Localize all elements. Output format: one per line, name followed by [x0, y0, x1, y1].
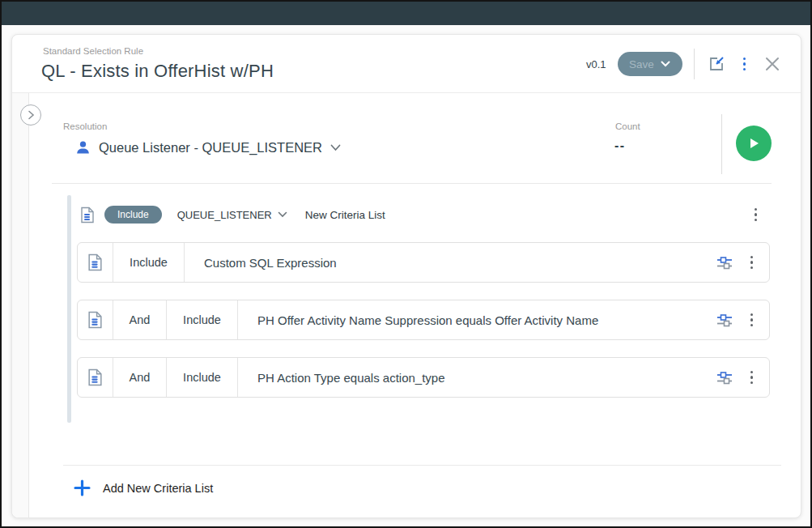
criteria-list-name: New Criteria List [305, 209, 385, 221]
count-value: -- [614, 138, 626, 153]
page-title: QL - Exists in OfferHist w/PH [41, 61, 274, 82]
save-button[interactable]: Save [618, 52, 682, 76]
footer-divider [63, 465, 781, 466]
group-audience-value: QUEUE_LISTENER [177, 209, 272, 221]
person-icon [75, 140, 91, 155]
chevron-down-icon [330, 144, 341, 151]
version-label: v0.1 [586, 58, 606, 70]
save-button-label: Save [629, 58, 654, 70]
criteria-row[interactable]: And Include PH Offer Activity Name Suppr… [77, 300, 770, 340]
criteria-doc-cell [78, 243, 113, 282]
app-top-bar [2, 2, 810, 25]
criteria-text[interactable]: Custom SQL Expression [185, 243, 716, 282]
group-kebab-icon[interactable] [750, 206, 763, 224]
criteria-doc-cell [78, 300, 113, 339]
close-icon[interactable] [762, 53, 783, 75]
resolution-label: Resolution [63, 121, 107, 131]
header-divider [694, 49, 695, 79]
chevron-right-icon [28, 110, 35, 120]
criteria-mode[interactable]: Include [167, 358, 238, 397]
section-divider [52, 183, 772, 184]
annotate-icon[interactable] [706, 53, 727, 75]
criteria-conjunction[interactable]: And [113, 300, 167, 339]
criteria-row[interactable]: Include Custom SQL Expression [77, 242, 770, 283]
criteria-kebab-icon[interactable] [746, 253, 759, 272]
add-criteria-list-label: Add New Criteria List [103, 482, 213, 495]
chevron-down-icon [661, 61, 670, 67]
sliders-icon[interactable] [716, 256, 733, 270]
resolution-divider [721, 114, 722, 174]
plus-icon [74, 479, 91, 496]
add-criteria-list-button[interactable]: Add New Criteria List [69, 475, 218, 501]
criteria-doc-cell [78, 358, 113, 397]
header-kebab-icon[interactable] [738, 55, 751, 74]
criteria-text[interactable]: PH Action Type equals action_type [238, 358, 716, 397]
document-icon [87, 253, 103, 271]
resolution-value: Queue Listener - QUEUE_LISTENER [99, 140, 322, 155]
criteria-group-accent-bar [67, 195, 71, 423]
criteria-row[interactable]: And Include PH Action Type equals action… [77, 357, 770, 398]
criteria-row-actions [716, 243, 770, 282]
criteria-conjunction[interactable]: And [113, 358, 167, 397]
resolution-select[interactable]: Queue Listener - QUEUE_LISTENER [75, 140, 341, 155]
sliders-icon[interactable] [716, 313, 733, 327]
criteria-row-actions [716, 358, 770, 397]
criteria-rows: Include Custom SQL Expression And Includ… [77, 242, 770, 398]
selection-rule-dialog: Standard Selection Rule QL - Exists in O… [11, 34, 801, 518]
rule-type-label: Standard Selection Rule [43, 46, 143, 56]
criteria-mode[interactable]: Include [113, 243, 185, 282]
group-include-toggle[interactable]: Include [104, 206, 162, 224]
dialog-header: Standard Selection Rule QL - Exists in O… [12, 35, 801, 93]
play-icon [746, 136, 761, 151]
group-audience-select[interactable]: QUEUE_LISTENER [177, 209, 287, 221]
document-icon [80, 207, 95, 224]
sliders-icon[interactable] [716, 371, 733, 385]
expand-panel-button[interactable] [20, 104, 41, 126]
criteria-kebab-icon[interactable] [746, 311, 759, 330]
run-count-button[interactable] [736, 126, 772, 161]
collapsed-side-panel [12, 93, 29, 517]
chevron-down-icon [278, 211, 287, 218]
document-icon [87, 311, 103, 329]
document-icon [87, 368, 103, 386]
criteria-text[interactable]: PH Offer Activity Name Suppression equal… [238, 300, 716, 339]
criteria-kebab-icon[interactable] [746, 368, 759, 387]
app-window: Standard Selection Rule QL - Exists in O… [0, 0, 812, 528]
criteria-row-actions [716, 300, 770, 339]
count-label: Count [615, 121, 640, 131]
header-actions: v0.1 Save [586, 35, 783, 93]
criteria-group-header: Include QUEUE_LISTENER New Criteria List [80, 201, 768, 228]
criteria-mode[interactable]: Include [167, 300, 238, 339]
